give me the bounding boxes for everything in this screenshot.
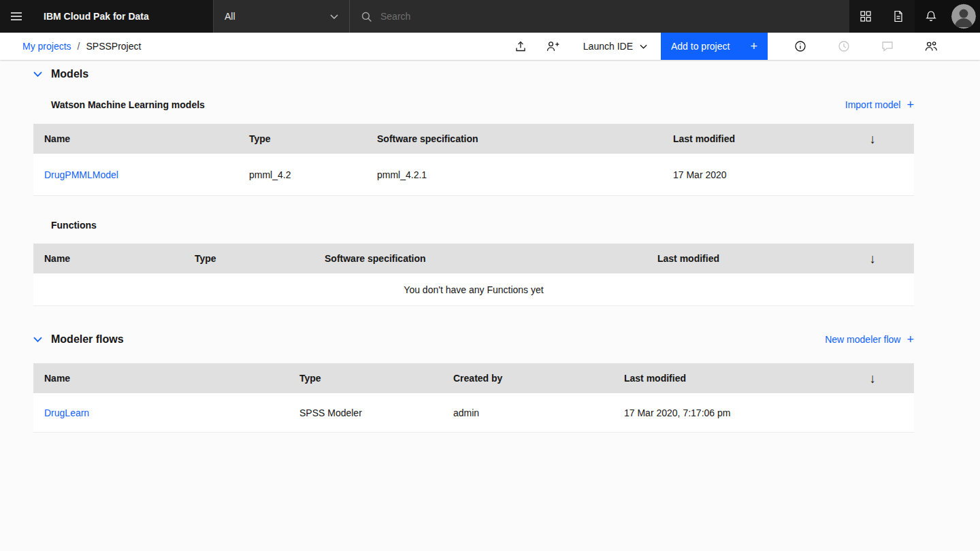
history-clock-icon	[838, 40, 850, 52]
column-header-last-modified: Last modified	[662, 133, 855, 144]
hamburger-menu-button[interactable]	[0, 0, 33, 33]
search-scope-dropdown[interactable]: All	[213, 0, 349, 33]
comments-button[interactable]	[871, 33, 904, 60]
project-info-button[interactable]	[784, 33, 817, 60]
column-header-software-specification: Software specification	[314, 253, 647, 264]
modeler-flows-table-header: Name Type Created by Last modified ↓	[33, 363, 914, 393]
functions-table: Name Type Software specification Last mo…	[33, 244, 914, 306]
modeler-flows-header-row: Modeler flows New modeler flow +	[33, 333, 914, 346]
add-collaborator-button[interactable]	[537, 33, 570, 60]
wml-models-header-row: Watson Machine Learning models Import mo…	[33, 99, 914, 111]
column-header-last-modified: Last modified	[613, 373, 864, 384]
model-type-cell: pmml_4.2	[238, 169, 366, 180]
modeler-flows-section-title: Modeler flows	[51, 333, 124, 346]
column-header-type: Type	[184, 253, 314, 264]
modeler-flows-table: Name Type Created by Last modified ↓ Dru…	[33, 363, 914, 433]
project-actions: Launch IDE Add to project +	[504, 33, 980, 60]
sort-descending-icon[interactable]: ↓	[870, 372, 915, 385]
launch-ide-button[interactable]: Launch IDE	[570, 33, 661, 60]
recent-activity-button[interactable]	[828, 33, 860, 60]
plus-icon: +	[906, 99, 914, 111]
model-name-link[interactable]: DrugPMMLModel	[33, 169, 238, 180]
modeler-flows-section: Modeler flows New modeler flow + Name Ty…	[33, 333, 914, 433]
models-section: Models Watson Machine Learning models Im…	[33, 68, 914, 306]
breadcrumb-current-project: SPSSProject	[86, 41, 141, 52]
wml-models-title: Watson Machine Learning models	[51, 99, 205, 110]
launch-ide-label: Launch IDE	[583, 41, 633, 52]
app-title[interactable]: IBM Cloud Pak for Data	[33, 0, 213, 33]
sort-descending-icon[interactable]: ↓	[870, 133, 915, 146]
collaborators-button[interactable]	[915, 33, 947, 60]
profile-button[interactable]	[947, 0, 980, 33]
new-modeler-flow-link[interactable]: New modeler flow +	[825, 333, 914, 346]
flow-created-by-cell: admin	[442, 407, 613, 418]
hamburger-icon	[10, 10, 23, 23]
topbar-actions	[849, 0, 980, 33]
import-model-link[interactable]: Import model +	[845, 99, 914, 111]
documentation-button[interactable]	[882, 0, 915, 33]
breadcrumb-separator: /	[78, 41, 80, 52]
people-icon	[924, 40, 938, 52]
breadcrumb: My projects / SPSSProject	[22, 41, 141, 52]
sort-descending-icon[interactable]: ↓	[870, 252, 915, 265]
document-icon	[892, 10, 904, 22]
functions-empty-message: You don't have any Functions yet	[33, 273, 914, 306]
search-icon	[361, 11, 372, 22]
add-to-project-button[interactable]: Add to project +	[661, 33, 768, 60]
services-grid-button[interactable]	[849, 0, 882, 33]
project-action-bar: My projects / SPSSProject Launch IDE Add…	[0, 33, 980, 60]
plus-icon: +	[750, 39, 757, 54]
top-navigation-bar: IBM Cloud Pak for Data All	[0, 0, 980, 33]
table-row: DrugPMMLModel pmml_4.2 pmml_4.2.1 17 Mar…	[33, 154, 914, 196]
modeler-flows-section-toggle[interactable]: Modeler flows	[33, 333, 124, 346]
chat-bubble-icon	[881, 40, 894, 52]
column-header-type: Type	[238, 133, 366, 144]
flow-type-cell: SPSS Modeler	[289, 407, 442, 418]
upload-icon	[514, 40, 527, 52]
column-header-last-modified: Last modified	[647, 253, 864, 264]
import-assets-button[interactable]	[504, 33, 537, 60]
column-header-name: Name	[33, 253, 184, 264]
column-header-created-by: Created by	[442, 373, 613, 384]
global-search	[349, 0, 849, 33]
search-scope-value: All	[225, 11, 235, 22]
table-row: DrugLearn SPSS Modeler admin 17 Mar 2020…	[33, 393, 914, 433]
flow-name-link[interactable]: DrugLearn	[33, 407, 289, 418]
functions-table-header: Name Type Software specification Last mo…	[33, 244, 914, 273]
column-header-software-specification: Software specification	[366, 133, 662, 144]
breadcrumb-my-projects-link[interactable]: My projects	[22, 41, 71, 52]
flow-last-modified-cell: 17 Mar 2020, 7:17:06 pm	[613, 407, 864, 418]
apps-grid-icon	[860, 10, 872, 22]
new-modeler-flow-label: New modeler flow	[825, 334, 900, 345]
project-tool-icons	[784, 33, 958, 60]
model-last-modified-cell: 17 Mar 2020	[662, 169, 855, 180]
bell-icon	[925, 10, 937, 22]
add-user-icon	[546, 40, 560, 52]
wml-models-table-header: Name Type Software specification Last mo…	[33, 124, 914, 154]
project-assets-content: Models Watson Machine Learning models Im…	[0, 60, 980, 433]
add-to-project-label: Add to project	[671, 41, 730, 52]
column-header-name: Name	[33, 373, 289, 384]
models-section-toggle[interactable]: Models	[33, 68, 914, 80]
models-section-title: Models	[51, 68, 88, 80]
model-software-spec-cell: pmml_4.2.1	[366, 169, 662, 180]
notifications-button[interactable]	[915, 0, 947, 33]
column-header-type: Type	[289, 373, 442, 384]
info-icon	[794, 40, 806, 52]
wml-models-table: Name Type Software specification Last mo…	[33, 124, 914, 196]
chevron-down-icon	[33, 337, 42, 342]
import-model-label: Import model	[845, 99, 901, 110]
search-input[interactable]	[380, 11, 838, 22]
avatar	[951, 4, 976, 29]
chevron-down-icon	[33, 71, 42, 77]
column-header-name: Name	[33, 133, 238, 144]
chevron-down-icon	[640, 44, 647, 49]
plus-icon: +	[906, 333, 914, 346]
chevron-down-icon	[330, 14, 338, 19]
functions-title: Functions	[33, 220, 914, 231]
